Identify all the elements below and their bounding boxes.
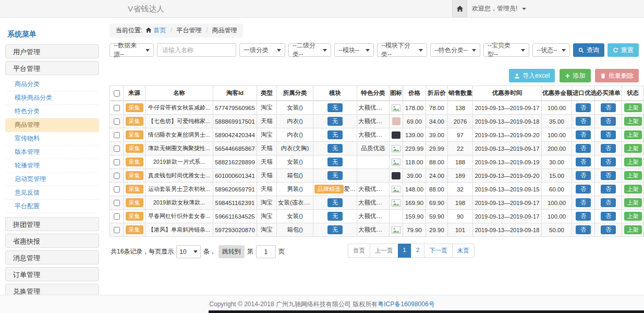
row-checkbox[interactable]	[114, 186, 120, 192]
must-buy-toggle[interactable]: 否	[601, 103, 616, 112]
caret-down-icon	[145, 49, 150, 52]
status-badge[interactable]: 上架	[624, 198, 642, 207]
status-badge[interactable]: 上架	[624, 144, 642, 153]
batch-delete-button[interactable]: 批量删除	[595, 69, 639, 82]
reset-button[interactable]: 重置	[607, 43, 639, 57]
page-button-1[interactable]: 1	[398, 244, 411, 258]
sidebar-item-version-management[interactable]: 版本管理	[5, 146, 99, 159]
import-select-toggle[interactable]: 否	[576, 198, 591, 207]
sidebar-item-module-goods-category[interactable]: 模块商品分类	[5, 91, 99, 105]
import-select-toggle[interactable]: 否	[576, 103, 591, 112]
page-button-上一页[interactable]: 上一页	[370, 244, 398, 258]
row-checkbox-cell	[110, 128, 124, 142]
page-button-首页[interactable]: 首页	[348, 244, 370, 258]
module-cell: 无	[313, 142, 357, 155]
icp-link[interactable]: 粤ICP备16098006号	[378, 300, 434, 308]
discount-price-cell: 88.00	[426, 155, 448, 169]
row-checkbox[interactable]	[114, 173, 120, 179]
status-badge[interactable]: 上架	[624, 103, 642, 112]
sidebar-item-goods-category[interactable]: 商品分类	[5, 78, 99, 91]
page-button-末页[interactable]: 末页	[452, 244, 475, 258]
sidebar-group-savings-express[interactable]: 省惠快报	[5, 234, 99, 248]
sidebar-item-feedback[interactable]: 意见反馈	[5, 186, 99, 200]
import-select-toggle[interactable]: 否	[576, 158, 591, 166]
discount-price-cell: 59.90	[426, 210, 448, 223]
row-checkbox-cell	[110, 223, 124, 237]
jump-page-input[interactable]	[256, 245, 276, 258]
select-all-checkbox[interactable]	[114, 90, 120, 97]
search-button[interactable]: 查询	[573, 43, 604, 57]
import-select-toggle[interactable]: 否	[576, 171, 591, 180]
column-header: 淘客Id	[213, 86, 257, 101]
status-badge[interactable]: 上架	[624, 130, 642, 139]
must-buy-toggle[interactable]: 否	[601, 198, 616, 207]
discount-price-cell: 69.90	[426, 196, 448, 210]
row-checkbox[interactable]	[114, 146, 120, 152]
must-buy-toggle[interactable]: 否	[601, 185, 616, 194]
import-excel-button[interactable]: 导入excel	[509, 69, 555, 82]
import-select-cell: 否	[572, 155, 595, 169]
row-checkbox[interactable]	[114, 213, 120, 220]
row-checkbox[interactable]	[114, 118, 120, 125]
sidebar-item-feature-category[interactable]: 特色分类	[5, 105, 99, 118]
import-select-toggle[interactable]: 否	[576, 185, 591, 194]
data-source-select[interactable]: --数据来源--	[110, 43, 154, 57]
module-badge: 无	[327, 117, 343, 126]
must-buy-toggle[interactable]: 否	[601, 212, 616, 221]
must-buy-toggle[interactable]: 否	[601, 158, 616, 166]
per-page-select[interactable]: 10	[176, 245, 200, 258]
sidebar-item-goods-management[interactable]: 商品管理	[5, 118, 99, 132]
user-menu[interactable]: 欢迎您，管理员!	[472, 0, 526, 17]
feature-category-select[interactable]: --特色分类--	[430, 43, 480, 57]
category-level1-select[interactable]: 一级分类	[239, 43, 285, 57]
table-row: 采集运动套装男士卫衣初秋...589620659791天猫男装()品牌精选爱上运…	[110, 183, 644, 196]
must-buy-toggle[interactable]: 否	[601, 117, 616, 126]
row-checkbox[interactable]	[114, 132, 120, 138]
sidebar-group-user-management[interactable]: 用户管理	[5, 44, 99, 58]
sidebar-group-message-management[interactable]: 消息管理	[5, 250, 99, 264]
status-badge[interactable]: 上架	[624, 225, 642, 234]
page-button-2[interactable]: 2	[411, 244, 424, 258]
must-buy-toggle[interactable]: 否	[601, 144, 616, 153]
sidebar-item-promo-materials[interactable]: 宣传物料	[5, 132, 99, 146]
category-level2-select[interactable]: --二级分类--	[288, 43, 331, 57]
row-checkbox[interactable]	[114, 159, 120, 165]
status-badge[interactable]: 上架	[624, 158, 642, 166]
status-badge[interactable]: 上架	[624, 171, 642, 180]
module-sub-category-select[interactable]: --模块下分类--	[377, 43, 427, 57]
row-checkbox-cell	[110, 183, 124, 196]
module-select[interactable]: --模块--	[334, 43, 374, 57]
status-badge[interactable]: 上架	[624, 212, 642, 221]
page-button-下一页[interactable]: 下一页	[424, 244, 453, 258]
price-cell: 39.00	[403, 169, 426, 183]
import-select-toggle[interactable]: 否	[576, 117, 591, 126]
jump-button[interactable]: 跳转到	[218, 245, 245, 258]
must-buy-toggle[interactable]: 否	[601, 130, 616, 139]
sidebar-item-splash-page-management[interactable]: 启动页管理	[5, 173, 99, 186]
table-row: 采集情侣睡衣女夏丝绸男士...589042420344淘宝内衣()无大额优惠券1…	[110, 128, 644, 142]
breadcrumb-home-link[interactable]: 首页	[153, 27, 166, 34]
home-button[interactable]	[452, 0, 467, 17]
row-checkbox[interactable]	[114, 105, 120, 111]
import-select-toggle[interactable]: 否	[576, 130, 591, 139]
status-select[interactable]: --状态--	[532, 43, 570, 57]
item-type-select[interactable]: --宝贝类型--	[483, 43, 529, 57]
import-select-toggle[interactable]: 否	[576, 212, 591, 221]
sidebar-item-carousel-management[interactable]: 轮播管理	[5, 159, 99, 173]
import-select-toggle[interactable]: 否	[576, 225, 591, 234]
coupon-time-cell: 2019-09-13—2019-09-17	[473, 210, 542, 223]
status-badge[interactable]: 上架	[624, 117, 642, 126]
row-checkbox[interactable]	[114, 200, 120, 206]
row-checkbox[interactable]	[114, 227, 120, 233]
status-badge[interactable]: 上架	[624, 185, 642, 194]
sidebar-item-platform-config[interactable]: 平台配置	[5, 200, 99, 213]
icon-cell	[390, 115, 403, 128]
name-input[interactable]	[161, 46, 232, 54]
must-buy-toggle[interactable]: 否	[601, 171, 616, 180]
add-button[interactable]: 添加	[560, 69, 591, 82]
import-select-toggle[interactable]: 否	[576, 144, 591, 153]
sidebar-group-platform-management[interactable]: 平台管理	[5, 61, 99, 75]
sidebar-group-order-management[interactable]: 订单管理	[5, 267, 99, 281]
sidebar-group-group-buy-management[interactable]: 拼团管理	[5, 217, 99, 231]
must-buy-toggle[interactable]: 否	[601, 225, 616, 234]
